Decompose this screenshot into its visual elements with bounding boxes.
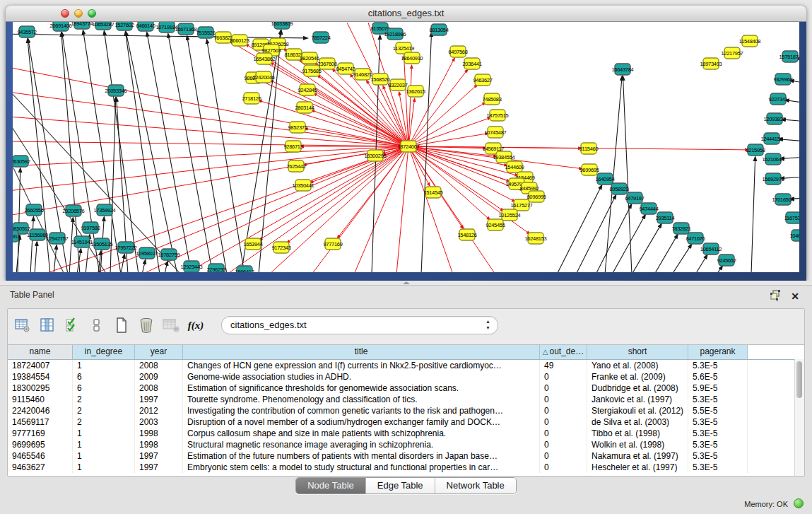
cell-name[interactable]: 9465546	[8, 450, 73, 462]
cell-title[interactable]: Structural magnetic resonance image aver…	[183, 439, 540, 450]
graph-node[interactable]: 9474444	[639, 203, 658, 214]
graph-node[interactable]: 10350441	[293, 180, 314, 191]
cell-name[interactable]: 9777169	[8, 428, 73, 439]
graph-node[interactable]: 20206576	[63, 205, 85, 216]
graph-node[interactable]: 9245455	[486, 219, 505, 230]
float-panel-icon[interactable]	[770, 289, 781, 303]
graph-node[interactable]: 9197588	[81, 222, 100, 233]
graph-node[interactable]: 10745487	[485, 127, 507, 138]
graph-node[interactable]: 6497568	[448, 46, 467, 57]
graph-node[interactable]: 9245652	[717, 255, 736, 266]
cell-in_degree[interactable]: 1	[73, 360, 135, 371]
graph-node[interactable]: 7515526	[196, 27, 215, 38]
table-row[interactable]: 946362711997Embryonic stem cells: a mode…	[8, 462, 804, 473]
graph-node[interactable]: 9146821	[353, 69, 372, 80]
graph-node[interactable]: 10125524	[499, 209, 521, 221]
table-row[interactable]: 946554611997Estimation of the future num…	[8, 450, 804, 462]
graph-node[interactable]: 1568520	[370, 74, 389, 85]
cell-short[interactable]: Stergiakouli et al. (2012)	[587, 405, 688, 416]
cell-pagerank[interactable]: 5.3E-5	[688, 416, 748, 428]
new-file-icon[interactable]	[112, 316, 131, 334]
table-vertical-scrollbar[interactable]	[794, 359, 804, 476]
column-header-out_de[interactable]: △out_de…	[540, 345, 587, 359]
minimize-window-button[interactable]	[74, 9, 83, 18]
graph-node[interactable]: 9435572	[17, 26, 36, 37]
graph-node[interactable]: 2296233	[206, 264, 225, 272]
cell-out_de[interactable]: 0	[540, 405, 587, 416]
cell-name[interactable]: 9699695	[8, 439, 73, 450]
graph-node[interactable]: 7832821	[671, 223, 690, 234]
graph-node[interactable]: 8322037	[388, 79, 407, 90]
cell-year[interactable]: 1997	[135, 462, 183, 473]
cell-out_de[interactable]: 0	[540, 428, 587, 439]
column-header-pagerank[interactable]: pagerank	[688, 345, 748, 359]
table-row[interactable]: 1938455462009Genome-wide association stu…	[8, 371, 804, 382]
citation-network-graph[interactable]: 9435572206914061894377410653287152760264…	[13, 22, 799, 272]
cell-name[interactable]: 9115460	[8, 394, 73, 405]
graph-node[interactable]: 9286713	[283, 141, 302, 152]
graph-node[interactable]: 17016504	[772, 194, 794, 205]
table-row[interactable]: 1830029562008Estimation of significance …	[8, 382, 804, 394]
cell-year[interactable]: 1998	[135, 439, 183, 450]
cell-in_degree[interactable]: 6	[73, 371, 135, 382]
graph-node[interactable]: 16210643	[763, 153, 784, 165]
cell-short[interactable]: Hescheler et al. (1997)	[587, 462, 688, 473]
graph-node[interactable]: 18943774	[71, 22, 93, 29]
cell-title[interactable]: Tourette syndrome. Phenomenology and cla…	[183, 394, 540, 405]
column-header-title[interactable]: title	[183, 345, 540, 359]
cell-title[interactable]: Estimation of significance thresholds fo…	[183, 382, 540, 394]
graph-node[interactable]: 18640910	[401, 52, 423, 64]
tab-edge-table[interactable]: Edge Table	[366, 478, 435, 493]
graph-node[interactable]: 19218986	[384, 28, 406, 40]
cell-pagerank[interactable]: 5.3E-5	[688, 462, 748, 473]
zoom-window-button[interactable]	[88, 9, 96, 18]
graph-node[interactable]: 12217957	[722, 47, 743, 59]
graph-node[interactable]: 20053346	[105, 85, 127, 96]
table-row[interactable]: 1456911722003Disruption of a novel membe…	[8, 416, 804, 428]
graph-node[interactable]: 18724007	[398, 141, 420, 152]
cell-pagerank[interactable]: 5.3E-5	[688, 428, 748, 439]
graph-node[interactable]: 6479197	[625, 192, 644, 204]
graph-node[interactable]: 16782759	[158, 249, 180, 260]
graph-node[interactable]: 9463627	[473, 74, 492, 86]
graph-node[interactable]: 1548126	[457, 229, 476, 240]
graph-node[interactable]: 1544609	[505, 161, 524, 173]
graph-node[interactable]: 8660123	[230, 35, 249, 46]
graph-node[interactable]: 18300295	[365, 150, 387, 161]
cell-short[interactable]: Tibbo et al. (1998)	[587, 428, 688, 439]
graph-node[interactable]: 1514545	[423, 187, 442, 198]
graph-node[interactable]: 9175685	[302, 65, 321, 76]
graph-node[interactable]: 10654112	[700, 243, 722, 255]
show-column-icon[interactable]	[38, 316, 57, 334]
cell-year[interactable]: 2003	[135, 416, 183, 428]
cell-in_degree[interactable]: 1	[73, 450, 135, 462]
cell-pagerank[interactable]: 5.5E-5	[688, 405, 748, 416]
cell-pagerank[interactable]: 5.9E-5	[688, 382, 748, 394]
scrollbar-thumb[interactable]	[796, 361, 802, 398]
graph-node[interactable]: 16671368	[175, 23, 197, 35]
cell-out_de[interactable]: 0	[540, 439, 587, 450]
graph-node[interactable]: 9820546	[300, 52, 319, 64]
cell-out_de[interactable]: 0	[540, 371, 587, 382]
graph-node[interactable]: 1653944	[243, 238, 262, 250]
table-combobox[interactable]: citations_edges.txt ▲▼	[221, 316, 498, 334]
cell-title[interactable]: Genome-wide association studies in ADHD.	[183, 371, 540, 382]
tab-network-table[interactable]: Network Table	[435, 478, 516, 493]
cell-in_degree[interactable]: 2	[73, 416, 135, 428]
cell-short[interactable]: Jankovic et al. (1997)	[587, 394, 688, 405]
table-row[interactable]: 2242004622012Investigating the contribut…	[8, 405, 804, 416]
cell-pagerank[interactable]: 5.3E-5	[688, 360, 748, 371]
cell-short[interactable]: Franke et al. (2009)	[587, 371, 688, 382]
cell-pagerank[interactable]: 5.3E-5	[688, 394, 748, 405]
graph-node[interactable]: 8471676	[686, 233, 705, 244]
graph-node[interactable]: 11156869	[27, 229, 48, 240]
cell-in_degree[interactable]: 1	[73, 428, 135, 439]
cell-short[interactable]: Yano et al. (2008)	[587, 360, 688, 371]
graph-node[interactable]: 1362615	[406, 86, 425, 97]
table-settings-icon[interactable]	[13, 316, 32, 334]
column-header-in_degree[interactable]: in_degree	[73, 345, 135, 359]
cell-out_de[interactable]: 0	[540, 416, 587, 428]
cell-year[interactable]: 2009	[135, 371, 183, 382]
graph-node[interactable]: 9172343	[271, 242, 290, 253]
cell-title[interactable]: Corpus callosum shape and size in male p…	[183, 428, 540, 439]
